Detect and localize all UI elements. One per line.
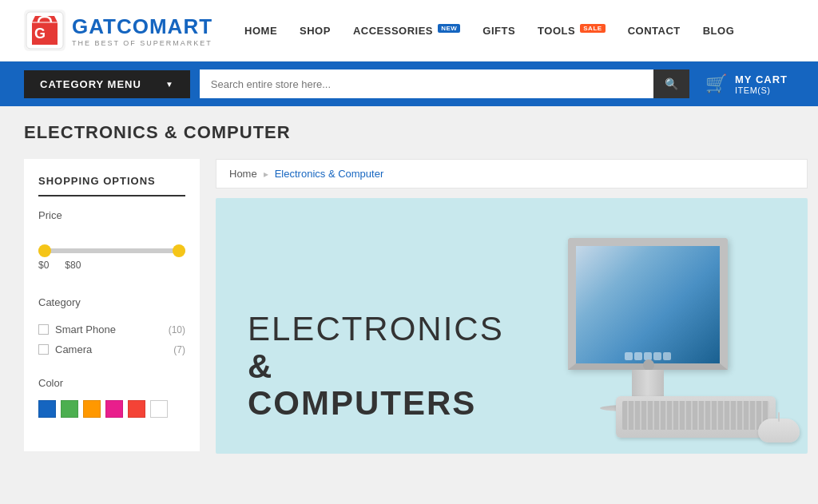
banner-text: ELECTRONICS & COMPUTERS	[248, 311, 504, 454]
category-checkbox-smartphone[interactable]	[38, 324, 49, 335]
page-title: ELECTRONICS & COMPUTER	[24, 122, 794, 143]
color-swatch-blue[interactable]	[38, 400, 56, 418]
nav-item-accessories[interactable]: ACCESSORIES NEW	[353, 23, 460, 38]
dock-item	[625, 352, 633, 360]
nav-item-blog[interactable]: BLOG	[703, 23, 735, 38]
nav-badge-sale: SALE	[580, 24, 605, 33]
slider-fill	[38, 248, 185, 253]
search-container: 🔍	[200, 69, 689, 98]
price-slider-container: $0 $80	[38, 232, 185, 279]
category-list: Smart Phone (10) Camera (7)	[38, 319, 185, 359]
color-swatch-pink[interactable]	[105, 400, 123, 418]
chevron-down-icon: ▼	[165, 80, 174, 89]
search-button[interactable]: 🔍	[653, 69, 689, 98]
color-swatch-orange[interactable]	[83, 400, 101, 418]
brand-name: GATCOMART	[72, 14, 212, 39]
category-filter: Category Smart Phone (10) Camera (7)	[38, 296, 185, 359]
nav-link-shop[interactable]: SHOP	[300, 25, 331, 37]
price-min: $0	[38, 260, 49, 271]
nav-menu: HOME SHOP ACCESSORIES NEW GIFTS TOOLS SA…	[244, 23, 734, 38]
dock-item	[653, 352, 661, 360]
banner-image	[504, 230, 776, 454]
nav-link-gifts[interactable]: GIFTS	[482, 25, 515, 37]
category-item-smartphone[interactable]: Smart Phone (10)	[38, 319, 185, 339]
nav-link-contact[interactable]: CONTACT	[628, 25, 681, 37]
imac-screen	[568, 238, 728, 370]
price-slider-track[interactable]	[38, 248, 185, 253]
breadcrumb-current: Electronics & Computer	[275, 168, 384, 180]
banner-line1: ELECTRONICS	[248, 310, 504, 347]
logo-text: GATCOMART THE BEST OF SUPERMARKET	[72, 14, 212, 47]
main-nav: HOME SHOP ACCESSORIES NEW GIFTS TOOLS SA…	[244, 23, 734, 38]
cart-title: MY CART	[735, 73, 788, 85]
slider-thumb-min[interactable]	[38, 244, 51, 257]
slider-thumb-max[interactable]	[173, 244, 185, 257]
color-swatch-white[interactable]	[150, 400, 168, 418]
nav-item-tools[interactable]: TOOLS SALE	[538, 23, 606, 38]
category-name-smartphone: Smart Phone	[55, 323, 116, 335]
header: G GATCOMART THE BEST OF SUPERMARKET HOME…	[0, 0, 818, 62]
price-labels: $0 $80	[38, 260, 185, 271]
cart-items-label: ITEM(S)	[735, 85, 770, 95]
banner: ELECTRONICS & COMPUTERS	[216, 198, 808, 454]
category-menu-button[interactable]: CATEGORY MENU ▼	[24, 70, 190, 98]
main-content: SHOPPING OPTIONS Price $0 $80 Category	[0, 151, 818, 470]
color-label: Color	[38, 377, 185, 389]
keyboard-illustration	[616, 396, 776, 438]
svg-text:G: G	[34, 26, 46, 42]
brand-tagline: THE BEST OF SUPERMARKET	[72, 39, 212, 47]
category-name-camera: Camera	[55, 343, 92, 355]
dock-item	[663, 352, 671, 360]
category-count-smartphone: (10)	[169, 324, 185, 335]
imac-illustration	[504, 230, 776, 454]
cart-icon: 🛒	[705, 73, 727, 94]
category-menu-label: CATEGORY MENU	[40, 78, 141, 90]
main-panel: Home ▸ Electronics & Computer ELECTRONIC…	[216, 159, 808, 454]
nav-link-blog[interactable]: BLOG	[703, 25, 735, 37]
color-filter: Color	[38, 377, 185, 418]
color-swatch-green[interactable]	[61, 400, 78, 418]
nav-item-shop[interactable]: SHOP	[300, 23, 331, 38]
breadcrumb-separator: ▸	[264, 169, 268, 180]
sidebar-title: SHOPPING OPTIONS	[38, 175, 185, 196]
sidebar: SHOPPING OPTIONS Price $0 $80 Category	[24, 159, 200, 451]
nav-badge-new: NEW	[438, 24, 460, 33]
nav-item-gifts[interactable]: GIFTS	[482, 23, 515, 38]
color-swatch-red[interactable]	[128, 400, 145, 418]
cart-button[interactable]: 🛒 MY CART ITEM(S)	[699, 70, 794, 98]
logo[interactable]: G GATCOMART THE BEST OF SUPERMARKET	[24, 10, 212, 51]
breadcrumb-home[interactable]: Home	[229, 168, 257, 180]
breadcrumb: Home ▸ Electronics & Computer	[216, 159, 808, 189]
nav-link-home[interactable]: HOME	[244, 25, 277, 37]
category-label: Category	[38, 296, 185, 308]
search-icon: 🔍	[665, 77, 678, 90]
color-swatches	[38, 400, 185, 418]
dock-item	[634, 352, 642, 360]
price-label: Price	[38, 209, 185, 221]
nav-item-home[interactable]: HOME	[244, 23, 277, 38]
price-filter: Price $0 $80	[38, 209, 185, 279]
banner-line2: & COMPUTERS	[248, 347, 476, 422]
logo-icon: G	[24, 10, 66, 51]
banner-heading: ELECTRONICS & COMPUTERS	[248, 311, 504, 422]
category-count-camera: (7)	[173, 344, 185, 355]
mouse-illustration	[758, 419, 800, 442]
search-input[interactable]	[200, 70, 653, 98]
nav-link-tools[interactable]: TOOLS SALE	[538, 25, 606, 37]
price-max: $80	[65, 260, 81, 271]
category-item-camera[interactable]: Camera (7)	[38, 339, 185, 359]
cart-text: MY CART ITEM(S)	[735, 73, 788, 95]
category-checkbox-camera[interactable]	[38, 344, 49, 355]
page-title-section: ELECTRONICS & COMPUTER	[0, 106, 818, 151]
nav-link-accessories[interactable]: ACCESSORIES NEW	[353, 25, 460, 37]
search-bar: CATEGORY MENU ▼ 🔍 🛒 MY CART ITEM(S)	[0, 62, 818, 106]
apple-logo-icon	[643, 359, 654, 371]
nav-item-contact[interactable]: CONTACT	[628, 23, 681, 38]
